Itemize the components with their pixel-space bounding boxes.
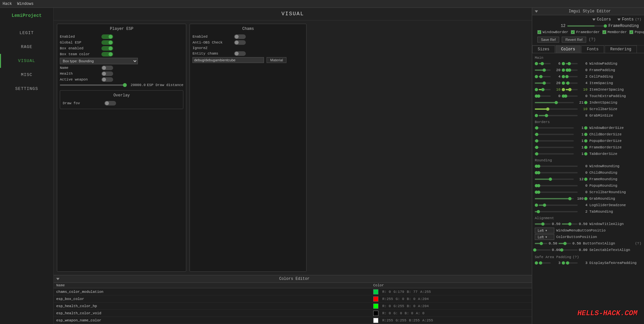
sidebar-item-visual[interactable]: VISUAL [0, 54, 53, 68]
item-spacing-slider2[interactable]: 4 [562, 81, 587, 85]
scrollbar-slider[interactable]: 10 [535, 107, 587, 111]
chams-enabled-toggle[interactable] [234, 34, 246, 39]
dsa-slider1[interactable]: 3 [535, 261, 560, 265]
sidebar-item-legit[interactable]: LEGIT [0, 26, 53, 40]
player-esp-panel: Player ESP Enabled Global ESP Box enable… [57, 24, 186, 272]
prop-scrollbar-size: 10 ScrollbarSize [532, 106, 644, 112]
gr-slider[interactable]: 180 [535, 197, 587, 201]
enabled-toggle[interactable] [101, 34, 113, 39]
window-border-checkbox[interactable]: ✓ WindowBorder [537, 30, 568, 34]
global-esp-label: Global ESP [60, 41, 99, 44]
box-type-select[interactable]: Box type: Bounding [60, 58, 138, 64]
safe-area-question: (?) [572, 255, 579, 259]
player-esp-title: Player ESP [60, 27, 183, 31]
tab-fonts[interactable]: Fonts [581, 45, 604, 53]
sidebar-item-rage[interactable]: RAGE [0, 40, 53, 54]
window-padding-slider1[interactable]: 6 [535, 62, 560, 66]
window-padding-label: WindowPadding [589, 62, 641, 66]
colors-dropdown-icon [592, 19, 596, 21]
window-padding-slider2[interactable]: 6 [562, 62, 587, 66]
menu-hack[interactable]: Hack [3, 2, 12, 6]
fbs-slider[interactable]: 1 [535, 145, 587, 149]
mem-border-checkbox[interactable]: ✓ MemBorder [602, 30, 627, 34]
color-row-health-hp[interactable]: esp_health_color_hp R: 0 G:255 B: 0 A:20… [54, 303, 532, 310]
color-row-chams[interactable]: chams_color_modulation R: 0 G:179 B: 77 … [54, 288, 532, 295]
item-inner-spacing-slider1[interactable]: 10 [535, 88, 560, 92]
active-weapon-toggle[interactable] [101, 77, 113, 82]
color-btn-pos-dropdown[interactable]: Left ▼ [535, 234, 554, 240]
active-weapon-row: Active weapon [60, 77, 183, 82]
cr-slider[interactable]: 0 [535, 171, 587, 175]
global-esp-toggle[interactable] [101, 40, 113, 45]
save-ref-button[interactable]: Save Ref [537, 37, 559, 43]
sidebar: LemiProject LEGIT RAGE VISUAL MISC SETTI… [0, 8, 54, 324]
cbs-slider[interactable]: 1 [535, 132, 587, 136]
sr-slider[interactable]: 0 [535, 190, 587, 194]
color-row-esp-box[interactable]: esp_box_color R:255 G: 0 B: 0 A:204 [54, 295, 532, 303]
frame-padding-slider1[interactable]: 20 [535, 68, 560, 72]
item-spacing-slider1[interactable]: 20 [535, 81, 560, 85]
tbs-slider[interactable]: 1 [535, 152, 587, 156]
sta-slider2[interactable]: 0.00 [562, 248, 587, 252]
ref-buttons: Save Ref Revert Ref (?) [535, 35, 641, 44]
fonts-label: Fonts [622, 17, 634, 22]
frame-rounding-slider[interactable] [567, 25, 606, 27]
chams-swatch[interactable] [373, 289, 378, 294]
weapon-name-swatch[interactable] [373, 318, 378, 323]
box-team-color-toggle[interactable] [101, 52, 113, 56]
material-button[interactable]: Material [267, 57, 286, 63]
frame-padding-slider2[interactable]: 0 [562, 68, 587, 72]
indent-slider[interactable]: 21 [535, 101, 587, 105]
frame-rounding-label: FrameRounding [608, 24, 639, 28]
cell-padding-slider1[interactable]: 4 [535, 75, 560, 79]
name-toggle[interactable] [101, 66, 113, 70]
sta-slider1[interactable]: 0.00 [535, 248, 560, 252]
popup-border-checkbox[interactable]: ✓ PopupBorder [629, 30, 644, 34]
cell-padding-slider2[interactable]: 2 [562, 75, 587, 79]
entity-chams-toggle[interactable] [234, 51, 246, 56]
wta-slider1[interactable]: 0.50 [535, 222, 560, 226]
touch-slider2[interactable]: 0 [562, 94, 587, 98]
health-toggle[interactable] [101, 71, 113, 76]
frame-border-checkbox[interactable]: ✓ FrameBorder [571, 30, 600, 34]
menu-windows[interactable]: Windows [17, 2, 33, 6]
esp-box-swatch[interactable] [373, 296, 378, 302]
material-input[interactable] [192, 57, 264, 63]
health-void-swatch[interactable] [373, 311, 378, 316]
pr-slider[interactable]: 0 [535, 184, 587, 188]
box-enabled-toggle[interactable] [101, 46, 113, 51]
touch-slider1[interactable]: 0 [535, 94, 560, 98]
anti-obs-toggle[interactable] [234, 40, 246, 45]
sidebar-item-settings[interactable]: SETTINGS [0, 82, 53, 96]
tab-colors[interactable]: Colors [556, 45, 581, 53]
draw-fov-toggle[interactable] [104, 101, 116, 106]
wr-slider[interactable]: 0 [535, 164, 587, 168]
pbs-slider[interactable]: 1 [535, 139, 587, 143]
color-btn-pos-label: ColorButtonPosition [556, 235, 608, 239]
wta-slider2[interactable]: 0.50 [562, 222, 587, 226]
esp-distance-track[interactable] [60, 84, 125, 86]
color-row-weapon-name[interactable]: esp_weapon_name_color R:255 G:255 B:255 … [54, 317, 532, 324]
fr-slider[interactable]: 12 [535, 177, 587, 181]
wbs-slider[interactable]: 1 [535, 126, 587, 130]
item-inner-spacing-slider2[interactable]: 10 [562, 88, 587, 92]
box-type-row: Box type: Bounding [60, 57, 183, 65]
chams-panel: Chams Enabled Anti-OBS Check IgnoreZ Ent… [190, 24, 307, 272]
colors-editor-toggle[interactable] [56, 278, 59, 280]
window-menu-btn-pos-dropdown[interactable]: Left ▼ [535, 228, 554, 233]
tab-sizes[interactable]: Sizes [532, 45, 555, 53]
tab-rendering[interactable]: Rendering [605, 45, 637, 53]
dsa-slider2[interactable]: 3 [562, 261, 587, 265]
health-hp-swatch[interactable] [373, 304, 378, 309]
imgui-collapse-icon[interactable] [535, 10, 538, 13]
box-team-color-row: Box team color [60, 51, 183, 57]
color-row-health-void[interactable]: esp_health_color_void R: 0 G: 0 B: 0 A: … [54, 310, 532, 317]
grab-slider[interactable]: 8 [535, 114, 587, 118]
bta-slider1[interactable]: 0.50 [535, 242, 557, 245]
lsd-slider[interactable]: 4 [535, 203, 587, 207]
sidebar-item-misc[interactable]: MISC [0, 68, 53, 82]
tr-slider[interactable]: 2 [535, 210, 587, 214]
grab-min-size-label: GrabMinSize [589, 114, 641, 118]
revert-ref-button[interactable]: Revert Ref [562, 37, 586, 43]
bta-slider2[interactable]: 0.50 [559, 242, 581, 245]
